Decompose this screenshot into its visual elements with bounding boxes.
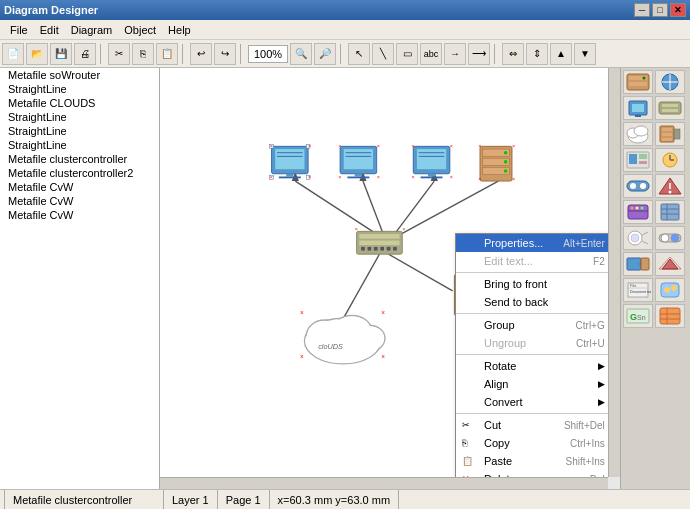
print-button[interactable]: 🖨 — [74, 43, 96, 65]
list-item[interactable]: Metafile CvW — [0, 194, 159, 208]
list-item[interactable]: Metafile clustercontroller2 — [0, 166, 159, 180]
canvas-scroll[interactable]: × × × × × × × — [160, 68, 608, 477]
svg-rect-80 — [629, 82, 647, 86]
computer3[interactable]: × × × × — [411, 143, 453, 180]
cm-rotate[interactable]: Rotate ▶ — [456, 357, 608, 375]
svg-text:×: × — [450, 143, 453, 149]
svg-text:×: × — [478, 143, 481, 149]
status-layer-label: Layer 1 — [172, 494, 209, 506]
menu-file[interactable]: File — [4, 22, 34, 38]
sep2 — [182, 44, 186, 64]
cm-copy[interactable]: ⎘ Copy Ctrl+Ins — [456, 434, 608, 452]
text-button[interactable]: abc — [420, 43, 442, 65]
cm-send-back[interactable]: Send to back — [456, 293, 608, 311]
list-item[interactable]: Metafile clustercontroller — [0, 152, 159, 166]
left-panel: Metafile soWrouter StraightLine Metafile… — [0, 68, 160, 489]
menu-help[interactable]: Help — [162, 22, 197, 38]
svg-text:×: × — [300, 309, 304, 316]
maximize-button[interactable]: □ — [652, 3, 668, 17]
arrow-button[interactable]: → — [444, 43, 466, 65]
palette-icon[interactable] — [623, 70, 653, 94]
new-button[interactable]: 📄 — [2, 43, 24, 65]
palette-icon[interactable] — [655, 252, 685, 276]
palette-icon[interactable] — [623, 148, 653, 172]
palette-icon[interactable] — [655, 122, 685, 146]
back-button[interactable]: ▼ — [574, 43, 596, 65]
line-button[interactable]: ╲ — [372, 43, 394, 65]
palette-icon[interactable] — [623, 252, 653, 276]
cm-align[interactable]: Align ▶ — [456, 375, 608, 393]
horizontal-scrollbar[interactable] — [160, 477, 608, 489]
rect-button[interactable]: ▭ — [396, 43, 418, 65]
cm-cut[interactable]: ✂ Cut Shift+Del — [456, 416, 608, 434]
distribute-button[interactable]: ⇕ — [526, 43, 548, 65]
copy-button[interactable]: ⎘ — [132, 43, 154, 65]
redo-button[interactable]: ↪ — [214, 43, 236, 65]
computer1[interactable]: × × × × — [270, 143, 312, 180]
close-button[interactable]: ✕ — [670, 3, 686, 17]
palette-icon[interactable]: FileDocument text here — [623, 278, 653, 302]
cm-paste-shortcut: Shift+Ins — [566, 456, 605, 467]
cm-paste[interactable]: 📋 Paste Shift+Ins — [456, 452, 608, 470]
list-item[interactable]: StraightLine — [0, 82, 159, 96]
menu-object[interactable]: Object — [118, 22, 162, 38]
list-item[interactable]: StraightLine — [0, 110, 159, 124]
align-button[interactable]: ⇔ — [502, 43, 524, 65]
paste-button[interactable]: 📋 — [156, 43, 178, 65]
zoom-out-button[interactable]: 🔍 — [290, 43, 312, 65]
copy-icon: ⎘ — [462, 438, 467, 448]
list-item[interactable]: Metafile soWrouter — [0, 68, 159, 82]
palette-icon[interactable] — [623, 122, 653, 146]
open-button[interactable]: 📂 — [26, 43, 48, 65]
menu-edit[interactable]: Edit — [34, 22, 65, 38]
list-item[interactable]: StraightLine — [0, 124, 159, 138]
cm-edit-text[interactable]: Edit text... F2 — [456, 252, 608, 270]
svg-text:×: × — [381, 309, 385, 316]
front-button[interactable]: ▲ — [550, 43, 572, 65]
palette-icon[interactable] — [623, 226, 653, 250]
svg-rect-101 — [639, 154, 647, 159]
palette-icon[interactable]: GSn — [623, 304, 653, 328]
zoom-in-button[interactable]: 🔎 — [314, 43, 336, 65]
zoom-input[interactable] — [248, 45, 288, 63]
palette-icon[interactable] — [655, 70, 685, 94]
cm-ungroup[interactable]: Ungroup Ctrl+U — [456, 334, 608, 352]
vertical-scrollbar[interactable] — [608, 68, 620, 477]
minimize-button[interactable]: ─ — [634, 3, 650, 17]
save-button[interactable]: 💾 — [50, 43, 72, 65]
status-bar: Metafile clustercontroller Layer 1 Page … — [0, 489, 690, 509]
palette-icon[interactable] — [655, 148, 685, 172]
list-item[interactable]: Metafile CLOUDS — [0, 96, 159, 110]
server-device[interactable]: × × × × — [478, 143, 515, 182]
palette-icon[interactable] — [655, 278, 685, 302]
svg-rect-128 — [627, 258, 641, 270]
palette-icon[interactable] — [655, 200, 685, 224]
palette-icon[interactable] — [623, 174, 653, 198]
connect-button[interactable]: ⟶ — [468, 43, 490, 65]
palette-icon[interactable] — [655, 174, 685, 198]
cm-group[interactable]: Group Ctrl+G — [456, 316, 608, 334]
palette-icon[interactable] — [655, 304, 685, 328]
canvas-area[interactable]: × × × × × × × — [160, 68, 620, 489]
palette-icon[interactable] — [623, 200, 653, 224]
cm-ungroup-label: Ungroup — [484, 337, 526, 349]
cm-bring-front[interactable]: Bring to front — [456, 275, 608, 293]
palette-icon[interactable] — [655, 96, 685, 120]
cm-convert[interactable]: Convert ▶ — [456, 393, 608, 411]
cut-button[interactable]: ✂ — [108, 43, 130, 65]
pointer-button[interactable]: ↖ — [348, 43, 370, 65]
menu-diagram[interactable]: Diagram — [65, 22, 119, 38]
cloud-shape[interactable]: × × × × cloUDS — [300, 309, 385, 364]
palette-icon[interactable] — [655, 226, 685, 250]
status-page-label: Page 1 — [226, 494, 261, 506]
list-item[interactable]: Metafile CvW — [0, 180, 159, 194]
cm-properties[interactable]: Properties... Alt+Enter — [456, 234, 608, 252]
undo-button[interactable]: ↩ — [190, 43, 212, 65]
palette-icon[interactable] — [623, 96, 653, 120]
computer2[interactable]: × × × × — [338, 143, 380, 180]
svg-rect-53 — [393, 247, 397, 251]
svg-rect-1 — [275, 149, 304, 169]
list-item[interactable]: Metafile CvW — [0, 208, 159, 222]
list-item[interactable]: StraightLine — [0, 138, 159, 152]
cm-delete[interactable]: ✕ Delete Del — [456, 470, 608, 477]
